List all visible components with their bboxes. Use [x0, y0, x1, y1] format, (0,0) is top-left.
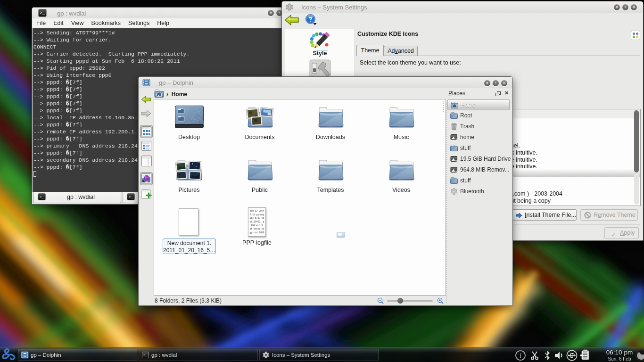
- svg-text:i: i: [520, 352, 521, 359]
- svg-text:?: ?: [308, 16, 313, 23]
